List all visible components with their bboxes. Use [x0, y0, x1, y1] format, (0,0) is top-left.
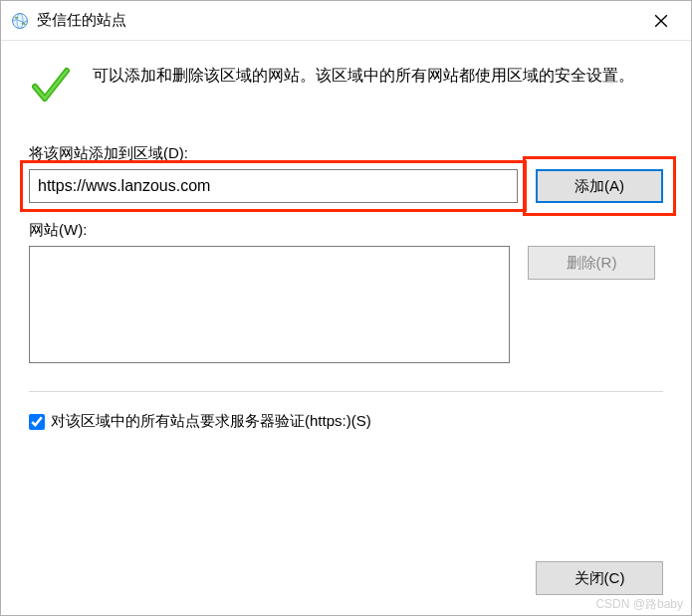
titlebar: 受信任的站点	[1, 1, 691, 41]
sites-listbox[interactable]	[29, 246, 510, 363]
https-checkbox-label: 对该区域中的所有站点要求服务器验证(https:)(S)	[51, 412, 371, 431]
https-checkbox[interactable]	[29, 414, 45, 430]
add-site-label: 将该网站添加到区域(D):	[29, 144, 518, 163]
add-button[interactable]: 添加(A)	[536, 169, 663, 203]
https-checkbox-row[interactable]: 对该区域中的所有站点要求服务器验证(https:)(S)	[29, 412, 663, 431]
sites-row: 删除(R)	[29, 246, 663, 363]
close-button[interactable]	[641, 1, 681, 41]
watermark: CSDN @路baby	[595, 596, 683, 613]
checkmark-icon	[29, 65, 71, 106]
close-dialog-button[interactable]: 关闭(C)	[536, 561, 663, 595]
dialog-content: 可以添加和删除该区域的网站。该区域中的所有网站都使用区域的安全设置。 将该网站添…	[1, 41, 691, 431]
url-input-group: 将该网站添加到区域(D):	[29, 144, 518, 203]
close-icon	[654, 14, 668, 28]
sites-label: 网站(W):	[29, 221, 663, 240]
description-text: 可以添加和删除该区域的网站。该区域中的所有网站都使用区域的安全设置。	[93, 63, 634, 89]
window-title: 受信任的站点	[37, 11, 641, 30]
url-input[interactable]	[29, 169, 518, 203]
globe-icon	[11, 12, 29, 30]
footer: 关闭(C)	[536, 561, 663, 595]
divider	[29, 391, 663, 392]
add-site-row: 将该网站添加到区域(D): 添加(A)	[29, 144, 663, 203]
header-row: 可以添加和删除该区域的网站。该区域中的所有网站都使用区域的安全设置。	[29, 63, 663, 106]
remove-button: 删除(R)	[528, 246, 655, 280]
